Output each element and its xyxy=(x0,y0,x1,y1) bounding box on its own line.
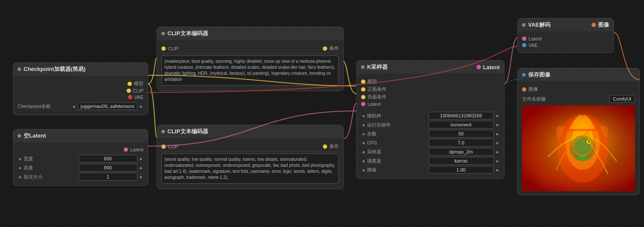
clip-positive-input-port: CLIP xyxy=(161,46,178,51)
ksampler-model-dot xyxy=(361,80,365,84)
cfg-field[interactable]: ◄ CFG 7.0 ► xyxy=(361,139,500,147)
clip-negative-output-port: 条件 xyxy=(323,143,339,150)
sampler-field[interactable]: ◄ 采样器 dpmpp_2m ► xyxy=(361,148,500,156)
clip-positive-output-dot xyxy=(323,46,327,51)
image-preview-svg xyxy=(522,105,635,191)
clip-positive-clip-dot xyxy=(161,46,166,51)
batch-label: 批次大小 xyxy=(24,174,77,180)
height-prev[interactable]: ◄ xyxy=(18,166,22,170)
empty-latent-output-row: Latent xyxy=(18,147,143,152)
checkpoint-model-port: 模型 xyxy=(128,80,143,87)
width-row: ◄ 宽度 600 ► xyxy=(18,155,143,163)
ksampler-latent-input-label: Latent xyxy=(368,101,381,107)
clip-positive-text[interactable]: (masterpiece, best quality, stunning, hi… xyxy=(161,55,339,86)
clip-negative-text[interactable]: (worst quality, low quality, normal qual… xyxy=(161,153,339,184)
sampler-prev[interactable]: ◄ xyxy=(361,150,365,154)
height-next[interactable]: ► xyxy=(139,166,143,170)
save-image-node: 保存图像 图像 文件名前缀 ComfyUI xyxy=(517,68,640,195)
batch-prev[interactable]: ◄ xyxy=(18,175,22,179)
vae-decode-node: VAE解码 图像 Latent VAE xyxy=(517,18,614,53)
after-run-prev[interactable]: ◄ xyxy=(361,123,365,127)
ksampler-latent-output: Latent xyxy=(477,64,500,71)
after-run-value: increment xyxy=(428,121,494,129)
width-next[interactable]: ► xyxy=(139,156,143,161)
height-label: 高度 xyxy=(24,165,77,171)
empty-latent-status-dot xyxy=(18,134,21,138)
seed-value: 1008466131983269 xyxy=(428,112,494,120)
denoise-prev[interactable]: ◄ xyxy=(361,168,365,172)
clip-positive-output-port: 条件 xyxy=(323,45,339,52)
batch-next[interactable]: ► xyxy=(139,175,143,179)
scheduler-next[interactable]: ► xyxy=(495,159,500,163)
checkpoint-name-field[interactable]: ◄ juggernautXL.safetensors ► xyxy=(72,102,143,110)
checkpoint-model-dot xyxy=(128,82,132,86)
steps-field[interactable]: ◄ 步数 50 ► xyxy=(361,130,500,138)
ksampler-latent-input-row: Latent xyxy=(361,101,500,107)
checkpoint-name-value: juggernautXL.safetensors xyxy=(78,102,137,110)
cfg-value: 7.0 xyxy=(428,139,494,147)
clip-negative-input-port: CLIP xyxy=(161,144,178,149)
after-run-label: 运行后操作 xyxy=(367,122,427,128)
checkpoint-clip-label: CLIP xyxy=(133,88,143,93)
checkpoint-clip-row: CLIP xyxy=(18,88,143,93)
scheduler-prev[interactable]: ◄ xyxy=(361,159,365,163)
seed-field[interactable]: ◄ 随机种 1008466131983269 ► xyxy=(361,112,500,120)
denoise-value: 1.00 xyxy=(428,166,494,174)
save-image-input-dot xyxy=(522,87,526,92)
after-run-next[interactable]: ► xyxy=(495,123,500,127)
cfg-next[interactable]: ► xyxy=(495,141,500,145)
sampler-row: ◄ 采样器 dpmpp_2m ► xyxy=(361,148,500,156)
vae-decode-latent-label: Latent xyxy=(529,36,542,41)
clip-negative-ports-row: CLIP 条件 xyxy=(161,141,339,152)
ksampler-node: K采样器 Latent 模型 正面条件 负面条件 xyxy=(356,60,504,179)
seed-prev[interactable]: ◄ xyxy=(361,114,365,118)
save-image-input-label: 图像 xyxy=(529,86,538,92)
denoise-field[interactable]: ◄ 降噪 1.00 ► xyxy=(361,166,500,174)
width-prev[interactable]: ◄ xyxy=(18,156,22,161)
height-field[interactable]: ◄ 高度 800 ► xyxy=(18,164,143,172)
save-image-status-dot xyxy=(522,73,526,77)
ksampler-header: K采样器 Latent xyxy=(357,61,504,74)
clip-positive-ports-row: CLIP 条件 xyxy=(161,43,339,54)
ksampler-model-port: 模型 xyxy=(361,78,377,85)
steps-prev[interactable]: ◄ xyxy=(361,132,365,136)
steps-label: 步数 xyxy=(367,131,427,137)
steps-next[interactable]: ► xyxy=(495,132,500,136)
after-run-field[interactable]: ◄ 运行后操作 increment ► xyxy=(361,121,500,129)
after-run-row: ◄ 运行后操作 increment ► xyxy=(361,121,500,129)
cfg-row: ◄ CFG 7.0 ► xyxy=(361,139,500,147)
checkpoint-model-label: 模型 xyxy=(134,80,143,87)
save-image-input-port: 图像 xyxy=(522,86,538,92)
sampler-next[interactable]: ► xyxy=(495,150,500,154)
scheduler-label: 调度器 xyxy=(367,158,427,164)
clip-negative-output-dot xyxy=(323,144,327,149)
width-field[interactable]: ◄ 宽度 600 ► xyxy=(18,155,143,163)
vae-decode-latent-dot xyxy=(522,37,526,41)
checkpoint-name-next[interactable]: ► xyxy=(139,104,143,109)
checkpoint-name-prev[interactable]: ◄ xyxy=(72,104,76,109)
save-image-title: 保存图像 xyxy=(528,71,550,79)
clip-negative-title: CLIP文本编码器 xyxy=(167,128,208,135)
sampler-label: 采样器 xyxy=(367,149,427,155)
filename-prefix-value[interactable]: ComfyUI xyxy=(609,95,635,103)
ksampler-latent-output-dot xyxy=(477,65,481,69)
cfg-prev[interactable]: ◄ xyxy=(361,141,365,145)
ksampler-latent-output-label: Latent xyxy=(483,64,500,71)
checkpoint-node: Checkpoint加载器(简易) 模型 CLIP VAE Checkpoin xyxy=(13,62,148,115)
sampler-value: dpmpp_2m xyxy=(428,148,494,156)
steps-value: 50 xyxy=(428,130,494,138)
clip-encoder-negative-node: CLIP文本编码器 CLIP 条件 (worst quality, low qu… xyxy=(157,125,343,189)
checkpoint-vae-row: VAE xyxy=(18,95,143,100)
seed-label: 随机种 xyxy=(367,113,427,119)
scheduler-field[interactable]: ◄ 调度器 karras ► xyxy=(361,157,500,165)
seed-row: ◄ 随机种 1008466131983269 ► xyxy=(361,112,500,120)
denoise-next[interactable]: ► xyxy=(495,168,500,172)
clip-negative-header: CLIP文本编码器 xyxy=(157,125,343,138)
clip-positive-output-label: 条件 xyxy=(329,45,339,52)
empty-latent-node: 空Latent Latent ◄ 宽度 600 ► ◄ 高度 800 ► xyxy=(13,129,148,186)
seed-next[interactable]: ► xyxy=(495,114,500,118)
width-label: 宽度 xyxy=(24,156,77,162)
ksampler-title: K采样器 xyxy=(367,63,388,71)
batch-field[interactable]: ◄ 批次大小 1 ► xyxy=(18,173,143,181)
checkpoint-model-row: 模型 xyxy=(18,80,143,87)
